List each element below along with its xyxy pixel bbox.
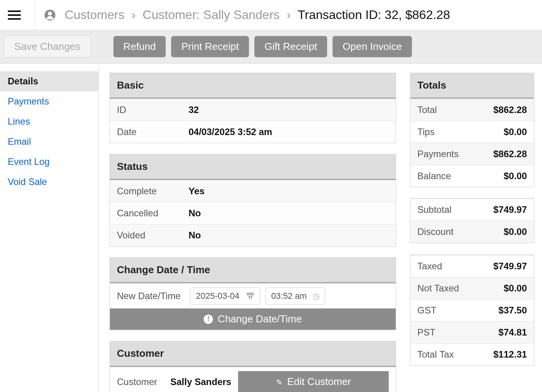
taxed-row: Taxed $749.97 bbox=[410, 255, 534, 277]
tips-row: Tips $0.00 bbox=[410, 121, 534, 143]
sidebar-item-event-log[interactable]: Event Log bbox=[0, 152, 98, 172]
edit-customer-button-label: Edit Customer bbox=[287, 376, 351, 388]
panel-basic-heading: Basic bbox=[110, 73, 396, 99]
chevron-right-icon: › bbox=[286, 8, 291, 22]
nottaxed-label: Not Taxed bbox=[417, 283, 459, 294]
change-datetime-button[interactable]: ! Change Date/Time bbox=[110, 308, 396, 330]
balance-value: $0.00 bbox=[504, 171, 527, 181]
sidebar: Details Payments Lines Email Event Log V… bbox=[0, 63, 99, 392]
basic-date-value: 04/03/2025 3:52 am bbox=[189, 127, 272, 137]
status-cancelled-row: Cancelled No bbox=[110, 202, 396, 224]
save-changes-button: Save Changes bbox=[4, 36, 91, 58]
sidebar-item-lines[interactable]: Lines bbox=[0, 111, 98, 132]
calendar-icon bbox=[246, 291, 254, 301]
action-bar: Save Changes Refund Print Receipt Gift R… bbox=[0, 30, 542, 63]
panel-change-datetime-heading: Change Date / Time bbox=[110, 258, 396, 283]
status-voided-row: Voided No bbox=[110, 224, 396, 246]
nottaxed-row: Not Taxed $0.00 bbox=[410, 277, 534, 299]
new-time-value: 03:52 am bbox=[271, 291, 307, 301]
totaltax-row: Total Tax $112.31 bbox=[410, 343, 534, 365]
pst-value: $74.81 bbox=[499, 327, 527, 338]
panel-customer: Customer Customer Sally Sanders Edit Cus… bbox=[110, 341, 396, 392]
status-complete-value: Yes bbox=[189, 186, 204, 197]
sidebar-item-void-sale[interactable]: Void Sale bbox=[0, 172, 98, 192]
exclamation-icon: ! bbox=[204, 315, 213, 324]
new-datetime-label: New Date/Time bbox=[117, 291, 185, 301]
new-date-value: 2025-03-04 bbox=[196, 291, 240, 301]
breadcrumb-current: Transaction ID: 32, $862.28 bbox=[298, 8, 450, 22]
sidebar-item-payments[interactable]: Payments bbox=[0, 91, 98, 111]
change-datetime-row: New Date/Time 2025-03-04 03:52 am bbox=[110, 283, 396, 308]
taxed-value: $749.97 bbox=[493, 261, 527, 272]
status-voided-value: No bbox=[189, 230, 201, 241]
user-icon[interactable] bbox=[45, 10, 55, 21]
status-cancelled-value: No bbox=[189, 208, 201, 219]
tips-value: $0.00 bbox=[504, 127, 527, 137]
refund-button[interactable]: Refund bbox=[113, 36, 166, 57]
customer-label: Customer bbox=[117, 377, 163, 387]
nottaxed-value: $0.00 bbox=[504, 283, 527, 294]
panel-change-datetime: Change Date / Time New Date/Time 2025-03… bbox=[110, 257, 396, 330]
tips-label: Tips bbox=[417, 127, 434, 137]
sidebar-item-details[interactable]: Details bbox=[0, 71, 98, 91]
basic-date-label: Date bbox=[117, 127, 189, 137]
total-row: Total $862.28 bbox=[410, 99, 534, 121]
subtotal-value: $749.97 bbox=[493, 204, 527, 215]
pst-row: PST $74.81 bbox=[410, 321, 534, 343]
new-date-input[interactable]: 2025-03-04 bbox=[190, 288, 260, 305]
basic-date-row: Date 04/03/2025 3:52 am bbox=[110, 121, 396, 143]
panel-status-heading: Status bbox=[110, 154, 396, 180]
breadcrumb-customers[interactable]: Customers bbox=[65, 8, 125, 22]
panel-customer-heading: Customer bbox=[110, 341, 396, 367]
gift-receipt-button[interactable]: Gift Receipt bbox=[254, 36, 327, 57]
subtotal-block: Subtotal $749.97 Discount $0.00 bbox=[410, 198, 534, 243]
breadcrumb: Customers › Customer: Sally Sanders › Tr… bbox=[65, 8, 450, 22]
status-complete-label: Complete bbox=[117, 186, 189, 197]
totaltax-label: Total Tax bbox=[417, 349, 454, 360]
change-datetime-button-label: Change Date/Time bbox=[218, 313, 302, 325]
sidebar-item-email[interactable]: Email bbox=[0, 132, 98, 152]
gst-label: GST bbox=[417, 305, 436, 316]
panel-totals-heading: Totals bbox=[410, 73, 534, 99]
pst-label: PST bbox=[417, 327, 436, 338]
balance-label: Balance bbox=[417, 171, 451, 181]
panel-basic: Basic ID 32 Date 04/03/2025 3:52 am bbox=[110, 73, 396, 143]
status-complete-row: Complete Yes bbox=[110, 180, 396, 202]
total-value: $862.28 bbox=[493, 104, 527, 115]
customer-row: Customer Sally Sanders Edit Customer bbox=[110, 367, 396, 392]
payments-row: Payments $862.28 bbox=[410, 143, 534, 165]
clock-icon bbox=[313, 291, 319, 301]
taxed-label: Taxed bbox=[417, 261, 442, 272]
tax-block: Taxed $749.97 Not Taxed $0.00 GST $37.50… bbox=[410, 255, 534, 366]
gst-value: $37.50 bbox=[499, 305, 527, 316]
panel-status: Status Complete Yes Cancelled No Voided … bbox=[110, 154, 396, 246]
basic-id-label: ID bbox=[117, 104, 189, 115]
payments-label: Payments bbox=[417, 149, 459, 159]
status-cancelled-label: Cancelled bbox=[117, 208, 189, 219]
customer-name: Sally Sanders bbox=[170, 377, 231, 387]
discount-row: Discount $0.00 bbox=[410, 221, 534, 243]
basic-id-value: 32 bbox=[189, 104, 199, 115]
balance-row: Balance $0.00 bbox=[410, 165, 534, 187]
totaltax-value: $112.31 bbox=[493, 349, 527, 360]
basic-id-row: ID 32 bbox=[110, 99, 396, 121]
topbar-divider bbox=[34, 1, 34, 29]
open-invoice-button[interactable]: Open Invoice bbox=[333, 36, 412, 57]
payments-value: $862.28 bbox=[493, 149, 527, 159]
subtotal-label: Subtotal bbox=[417, 204, 451, 215]
subtotal-row: Subtotal $749.97 bbox=[410, 199, 534, 221]
discount-value: $0.00 bbox=[504, 226, 527, 237]
discount-label: Discount bbox=[417, 226, 453, 237]
chevron-right-icon: › bbox=[132, 8, 136, 22]
pencil-icon bbox=[276, 376, 283, 388]
print-receipt-button[interactable]: Print Receipt bbox=[171, 36, 249, 57]
total-label: Total bbox=[417, 104, 437, 115]
panel-totals: Totals Total $862.28 Tips $0.00 Payments… bbox=[410, 73, 534, 187]
gst-row: GST $37.50 bbox=[410, 299, 534, 321]
hamburger-menu[interactable] bbox=[8, 7, 23, 23]
breadcrumb-customer[interactable]: Customer: Sally Sanders bbox=[142, 8, 280, 22]
status-voided-label: Voided bbox=[117, 230, 189, 241]
new-time-input[interactable]: 03:52 am bbox=[266, 288, 326, 305]
edit-customer-button[interactable]: Edit Customer bbox=[238, 371, 389, 392]
